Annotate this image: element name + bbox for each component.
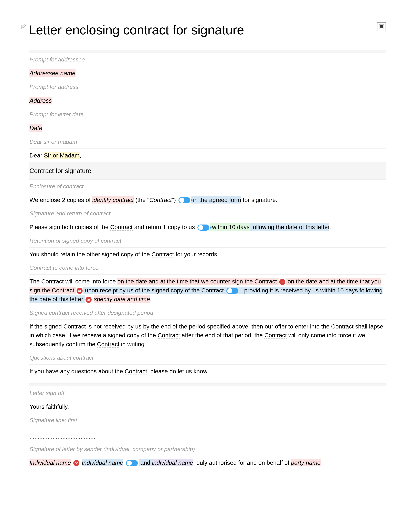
return-days-option[interactable]: within 10 days following the date of thi… bbox=[210, 223, 329, 231]
subject-line: Contract for signature bbox=[29, 162, 386, 180]
sig-return-label: Signature and return of contract bbox=[29, 207, 386, 220]
address-prompt-label: Prompt for address bbox=[29, 80, 386, 94]
addressee-prompt-label: Prompt for addressee bbox=[29, 53, 386, 66]
divider bbox=[29, 383, 386, 386]
questions-text: If you have any questions about the Cont… bbox=[29, 365, 386, 378]
party-name-field[interactable]: party name bbox=[291, 459, 321, 466]
sender-toggle[interactable] bbox=[126, 460, 138, 466]
agreed-form-option[interactable]: in the agreed form bbox=[191, 196, 241, 203]
force-label: Contract to come into force bbox=[29, 261, 386, 275]
sender-sig-text: Individual name or Individual name and i… bbox=[29, 456, 386, 470]
toc-button[interactable] bbox=[377, 22, 386, 31]
contract-term[interactable]: Contract bbox=[331, 323, 353, 330]
contract-term[interactable]: Contract bbox=[110, 224, 132, 231]
address-field[interactable]: Address bbox=[29, 94, 386, 108]
or-badge[interactable]: or bbox=[279, 279, 285, 285]
force-option-3[interactable]: upon receipt by us of the signed copy of… bbox=[30, 287, 383, 303]
retention-label: Retention of signed copy of contract bbox=[29, 234, 386, 247]
contract-term[interactable]: Contract bbox=[97, 341, 119, 348]
salutation-label: Dear sir or madam bbox=[29, 135, 386, 149]
salutation-variable[interactable]: Sir or Madam bbox=[44, 152, 80, 159]
after-period-text: If the signed Contract is not received b… bbox=[29, 320, 386, 351]
salutation-text: Dear Sir or Madam, bbox=[29, 149, 386, 162]
date-prompt-label: Prompt for letter date bbox=[29, 108, 386, 121]
after-period-label: Signed contract received after designate… bbox=[29, 306, 386, 320]
retention-text: You should retain the other signed copy … bbox=[29, 247, 386, 261]
force-subtoggle[interactable] bbox=[227, 288, 238, 294]
contract-term[interactable]: Contract bbox=[63, 323, 86, 330]
divider bbox=[29, 50, 386, 53]
contract-term[interactable]: Contract bbox=[158, 332, 180, 339]
contract-term[interactable]: Contract bbox=[125, 368, 147, 375]
force-option-1[interactable]: on the date and at the time that we coun… bbox=[117, 278, 278, 285]
sender-option-2a[interactable]: Individual name bbox=[82, 459, 123, 466]
sign-off-text: Yours faithfully, bbox=[29, 400, 386, 414]
sender-option-1[interactable]: Individual name bbox=[30, 459, 71, 466]
page-title: Letter enclosing contract for signature bbox=[29, 20, 377, 40]
or-badge[interactable]: or bbox=[73, 460, 79, 466]
addressee-name-field[interactable]: Addressee name bbox=[29, 66, 386, 80]
document-header: Letter enclosing contract for signature bbox=[20, 20, 386, 40]
sig-line-label: Signature line: first bbox=[29, 413, 386, 427]
enclosure-label: Enclosure of contract bbox=[29, 180, 386, 193]
contract-term[interactable]: Contract bbox=[41, 278, 64, 285]
contract-term[interactable]: Contract bbox=[151, 251, 174, 258]
sig-return-text: Please sign both copies of the Contract … bbox=[29, 220, 386, 234]
contract-term[interactable]: Contract bbox=[264, 332, 287, 339]
questions-label: Questions about contract bbox=[29, 351, 386, 365]
sender-sig-label: Signature of letter by sender (individua… bbox=[29, 443, 386, 456]
signature-line: ........................................ bbox=[29, 427, 386, 443]
sender-option-2b[interactable]: and individual name bbox=[139, 459, 193, 466]
force-text: The Contract will come into force on the… bbox=[29, 275, 386, 306]
date-field[interactable]: Date bbox=[29, 121, 386, 135]
identify-contract-field[interactable]: identify contract bbox=[92, 196, 134, 203]
enclosure-text: We enclose 2 copies of identify contract… bbox=[29, 193, 386, 207]
return-period-toggle[interactable] bbox=[197, 225, 209, 231]
or-badge[interactable]: or bbox=[76, 288, 83, 294]
agreed-form-toggle[interactable] bbox=[178, 197, 190, 203]
sign-off-label: Letter sign off bbox=[29, 386, 386, 400]
force-option-4[interactable]: specify date and time bbox=[94, 295, 150, 303]
edit-icon bbox=[20, 23, 27, 32]
or-badge[interactable]: or bbox=[86, 297, 92, 303]
